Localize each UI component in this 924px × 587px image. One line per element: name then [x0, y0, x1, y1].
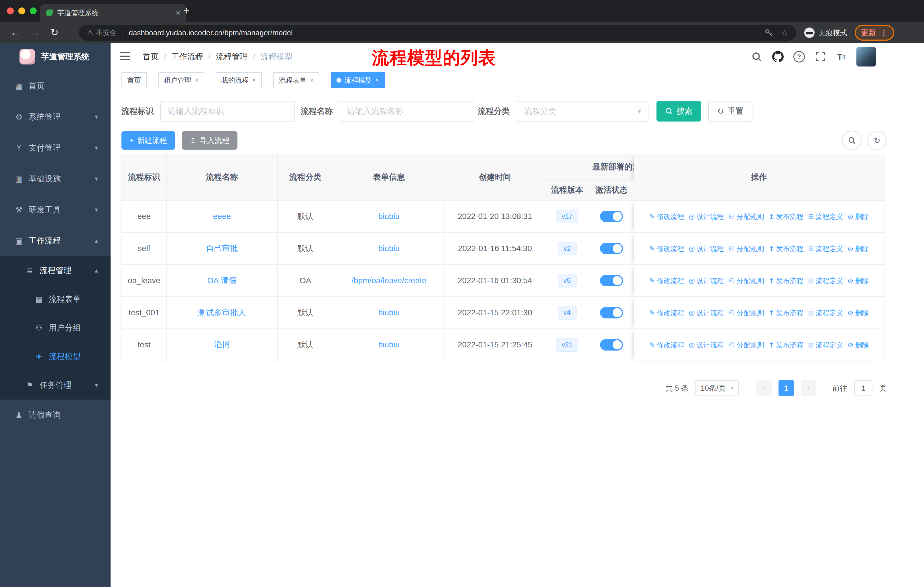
- action-definition-link[interactable]: ⊞流程定义: [808, 341, 843, 349]
- url-bar[interactable]: ⚠ 不安全 dashboard.yudao.iocoder.cn/bpm/man…: [79, 25, 796, 41]
- browser-menu-icon[interactable]: ⋮: [880, 28, 888, 38]
- password-key-icon[interactable]: [764, 28, 773, 37]
- action-publish-link[interactable]: ↥发布流程: [769, 213, 804, 220]
- zoom-window-button[interactable]: [30, 7, 37, 14]
- process-name-link[interactable]: 滔博: [214, 340, 230, 349]
- action-design-link[interactable]: ◎设计流程: [689, 341, 724, 349]
- close-window-button[interactable]: [7, 7, 14, 14]
- search-button[interactable]: 搜索: [657, 101, 701, 122]
- sidebar-item-infrastructure[interactable]: ▥ 基础设施 ▾: [0, 164, 111, 194]
- close-icon[interactable]: ×: [376, 76, 379, 84]
- process-name-link[interactable]: eeee: [213, 212, 231, 221]
- browser-update-button[interactable]: 更新 ⋮: [855, 25, 894, 41]
- import-process-button[interactable]: ↥ 导入流程: [182, 131, 238, 150]
- close-icon[interactable]: ×: [310, 76, 314, 84]
- action-delete-link[interactable]: ⊘删除: [848, 245, 869, 253]
- sidebar-item-process-management[interactable]: ≣ 流程管理 ▴: [0, 256, 111, 285]
- action-delete-link[interactable]: ⊘删除: [848, 277, 869, 284]
- close-icon[interactable]: ×: [252, 76, 256, 84]
- action-assign-link[interactable]: ⚇分配规则: [729, 309, 764, 317]
- action-assign-link[interactable]: ⚇分配规则: [729, 277, 764, 284]
- create-process-button[interactable]: + 新建流程: [121, 131, 175, 150]
- form-info-link[interactable]: biubiu: [378, 244, 400, 253]
- sidebar-item-task-management[interactable]: ⚑ 任务管理 ▾: [0, 371, 111, 400]
- reset-button[interactable]: ↻ 重置: [708, 101, 752, 122]
- tag-my-process[interactable]: 我的流程 ×: [216, 72, 262, 88]
- category-select[interactable]: 流程分类 ▾: [517, 101, 648, 122]
- action-publish-link[interactable]: ↥发布流程: [769, 277, 804, 284]
- user-avatar[interactable]: [856, 47, 876, 66]
- sidebar-item-workflow[interactable]: ▣ 工作流程 ▴: [0, 225, 111, 256]
- process-name-link[interactable]: 测试多审批人: [198, 308, 246, 317]
- action-design-link[interactable]: ◎设计流程: [689, 277, 724, 284]
- action-publish-link[interactable]: ↥发布流程: [769, 245, 804, 253]
- tag-home[interactable]: 首页: [121, 72, 147, 88]
- form-info-link[interactable]: /bpm/oa/leave/create: [351, 276, 426, 285]
- active-toggle[interactable]: [600, 275, 623, 286]
- action-edit-link[interactable]: ✎修改流程: [649, 213, 684, 220]
- current-page-button[interactable]: 1: [779, 380, 794, 396]
- sidebar-item-payment[interactable]: ¥ 支付管理 ▾: [0, 132, 111, 164]
- form-info-link[interactable]: biubiu: [378, 212, 400, 221]
- action-design-link[interactable]: ◎设计流程: [689, 245, 724, 253]
- breadcrumb-workflow[interactable]: 工作流程: [171, 51, 203, 62]
- active-toggle[interactable]: [600, 307, 623, 318]
- action-definition-link[interactable]: ⊞流程定义: [808, 213, 843, 220]
- action-definition-link[interactable]: ⊞流程定义: [808, 309, 843, 317]
- new-tab-button[interactable]: +: [183, 6, 189, 16]
- search-icon[interactable]: [751, 50, 763, 63]
- process-name-link[interactable]: OA 请假: [207, 276, 237, 285]
- active-toggle[interactable]: [600, 339, 623, 351]
- reload-icon[interactable]: ↻: [50, 26, 59, 38]
- tab-close-icon[interactable]: ×: [176, 8, 180, 18]
- tag-tenant[interactable]: 租户管理 ×: [158, 72, 204, 88]
- action-publish-link[interactable]: ↥发布流程: [769, 341, 804, 349]
- action-edit-link[interactable]: ✎修改流程: [649, 245, 684, 253]
- active-toggle[interactable]: [600, 211, 623, 222]
- process-name-link[interactable]: 自己审批: [206, 244, 238, 253]
- sidebar-item-home[interactable]: ▦ 首页: [0, 71, 111, 101]
- action-assign-link[interactable]: ⚇分配规则: [729, 341, 764, 349]
- action-delete-link[interactable]: ⊘删除: [848, 341, 869, 349]
- action-edit-link[interactable]: ✎修改流程: [649, 341, 684, 349]
- sidebar-item-process-form[interactable]: ▤ 流程表单: [0, 285, 111, 314]
- action-delete-link[interactable]: ⊘删除: [848, 309, 869, 317]
- bookmark-star-icon[interactable]: ☆: [781, 28, 788, 38]
- sidebar-item-devtools[interactable]: ⚒ 研发工具 ▾: [0, 194, 111, 225]
- action-definition-link[interactable]: ⊞流程定义: [808, 277, 843, 284]
- action-edit-link[interactable]: ✎修改流程: [649, 309, 684, 317]
- breadcrumb-home[interactable]: 首页: [143, 51, 159, 62]
- github-icon[interactable]: [772, 50, 784, 63]
- action-definition-link[interactable]: ⊞流程定义: [808, 245, 843, 253]
- sidebar-item-user-group[interactable]: ⚇ 用户分组: [0, 314, 111, 342]
- back-icon[interactable]: ←: [10, 27, 20, 38]
- action-design-link[interactable]: ◎设计流程: [689, 309, 724, 317]
- process-name-input[interactable]: [340, 101, 474, 122]
- action-design-link[interactable]: ◎设计流程: [689, 213, 724, 220]
- refresh-table-button[interactable]: ↻: [867, 131, 887, 150]
- sidebar-item-system[interactable]: ⚙ 系统管理 ▾: [0, 101, 111, 132]
- process-key-input[interactable]: [160, 101, 295, 122]
- security-status[interactable]: ⚠ 不安全: [87, 28, 117, 37]
- action-assign-link[interactable]: ⚇分配规则: [729, 245, 764, 253]
- forward-icon[interactable]: →: [30, 27, 40, 38]
- minimize-window-button[interactable]: [18, 7, 25, 14]
- prev-page-button[interactable]: ‹: [756, 380, 772, 396]
- close-icon[interactable]: ×: [195, 76, 198, 84]
- browser-tab[interactable]: 芋道管理系统 ×: [40, 4, 186, 22]
- sidebar-item-leave-query[interactable]: ♟ 请假查询: [0, 400, 111, 430]
- page-size-select[interactable]: 10条/页 ▾: [695, 380, 739, 396]
- action-publish-link[interactable]: ↥发布流程: [769, 309, 804, 317]
- form-info-link[interactable]: biubiu: [378, 308, 400, 317]
- active-toggle[interactable]: [600, 243, 623, 254]
- font-size-icon[interactable]: TT: [835, 50, 848, 63]
- tag-process-form[interactable]: 流程表单 ×: [273, 72, 319, 88]
- tag-process-model[interactable]: 流程模型 ×: [331, 72, 385, 88]
- action-delete-link[interactable]: ⊘删除: [848, 213, 869, 220]
- action-assign-link[interactable]: ⚇分配规则: [729, 213, 764, 220]
- fullscreen-icon[interactable]: [814, 50, 827, 63]
- sidebar-item-process-model[interactable]: ✈ 流程模型: [0, 342, 111, 371]
- goto-page-input[interactable]: [854, 380, 873, 396]
- collapse-menu-icon[interactable]: [120, 52, 130, 60]
- breadcrumb-process-management[interactable]: 流程管理: [216, 51, 248, 62]
